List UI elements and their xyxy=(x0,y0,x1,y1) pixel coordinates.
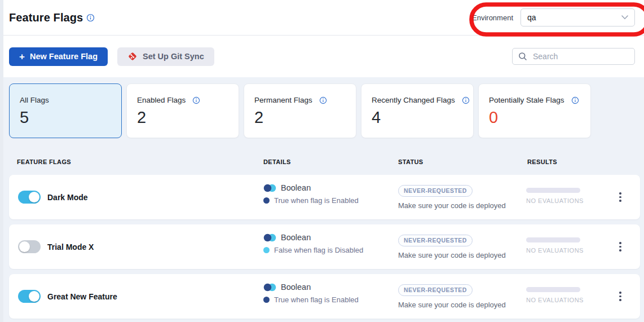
environment-control: Environment qa xyxy=(472,8,635,27)
table-row[interactable]: Dark Mode Boolean True when flag is Enab… xyxy=(9,175,640,219)
toggle-knob xyxy=(29,291,39,302)
results-bar xyxy=(526,237,580,242)
flag-type-label: Boolean xyxy=(281,283,311,292)
status-text: Make sure your code is deployed xyxy=(398,301,506,309)
info-icon[interactable] xyxy=(319,96,327,104)
boolean-type-icon xyxy=(263,233,276,242)
status-badge: NEVER-REQUESTED xyxy=(398,284,473,296)
new-feature-flag-button[interactable]: + New Feature Flag xyxy=(9,47,108,66)
stat-card-recently-changed-flags[interactable]: Recently Changed Flags 4 xyxy=(361,83,474,138)
toggle-knob xyxy=(29,192,39,202)
environment-label: Environment xyxy=(472,14,513,22)
stat-label: Recently Changed Flags xyxy=(372,96,455,104)
table-header: FEATURE FLAGS DETAILS STATUS RESULTS xyxy=(9,138,644,175)
flag-toggle[interactable] xyxy=(18,240,41,253)
row-menu-button[interactable] xyxy=(614,239,627,255)
stat-card-enabled-flags[interactable]: Enabled Flags 2 xyxy=(126,83,239,138)
info-icon[interactable] xyxy=(462,96,470,104)
flag-toggle[interactable] xyxy=(18,290,41,303)
stats-cards: All Flags 5 Enabled Flags 2 Permanent Fl… xyxy=(9,83,644,138)
boolean-type-icon xyxy=(263,283,276,292)
flag-type-label: Boolean xyxy=(281,233,311,242)
table-row[interactable]: Trial Mode X Boolean False when flag is … xyxy=(9,224,640,269)
rule-text: True when flag is Enabled xyxy=(274,196,359,205)
toggle-knob xyxy=(19,241,30,252)
page-gutter xyxy=(0,0,3,322)
column-header-status: STATUS xyxy=(398,158,423,165)
info-icon[interactable] xyxy=(86,14,95,22)
plus-icon: + xyxy=(19,52,25,61)
results-label: NO EVALUATIONS xyxy=(526,197,584,204)
flag-details: Boolean False when flag is Disabled xyxy=(263,233,363,254)
column-header-results: RESULTS xyxy=(527,158,557,165)
results-bar xyxy=(526,188,580,193)
rule-text: False when flag is Disabled xyxy=(274,246,363,254)
results-label: NO EVALUATIONS xyxy=(526,247,584,254)
stat-value: 2 xyxy=(137,108,232,127)
flag-status: NEVER-REQUESTED Make sure your code is d… xyxy=(398,284,506,309)
environment-select[interactable]: qa xyxy=(521,8,635,27)
boolean-type-icon xyxy=(263,184,276,192)
status-badge: NEVER-REQUESTED xyxy=(398,185,473,197)
column-header-details: DETAILS xyxy=(263,158,291,165)
stat-value: 4 xyxy=(372,108,466,127)
table-row[interactable]: Great New Feature Boolean True when flag… xyxy=(9,274,640,319)
page-title: Feature Flags xyxy=(9,11,83,24)
search-input[interactable] xyxy=(532,51,629,61)
rule-value-dot xyxy=(263,297,270,303)
page-header: Feature Flags Environment qa xyxy=(0,0,644,36)
toolbar: + New Feature Flag Set Up Git Sync xyxy=(0,36,644,77)
stat-label: Enabled Flags xyxy=(137,96,186,104)
stat-label: Permanent Flags xyxy=(254,96,312,104)
status-text: Make sure your code is deployed xyxy=(398,251,506,259)
set-up-git-sync-button[interactable]: Set Up Git Sync xyxy=(117,47,214,66)
rule-value-dot xyxy=(263,247,270,253)
environment-selected-value: qa xyxy=(527,13,536,22)
search-icon xyxy=(518,52,527,61)
flag-results: NO EVALUATIONS xyxy=(526,188,584,204)
search-box xyxy=(512,48,635,65)
flag-details: Boolean True when flag is Enabled xyxy=(263,183,359,205)
flag-type-label: Boolean xyxy=(281,183,311,192)
flag-status: NEVER-REQUESTED Make sure your code is d… xyxy=(398,185,506,210)
info-icon[interactable] xyxy=(571,96,579,104)
flag-name[interactable]: Trial Mode X xyxy=(47,242,94,252)
flag-status: NEVER-REQUESTED Make sure your code is d… xyxy=(398,235,506,259)
git-sync-label: Set Up Git Sync xyxy=(143,52,204,61)
rule-text: True when flag is Enabled xyxy=(274,295,359,304)
flag-details: Boolean True when flag is Enabled xyxy=(263,283,359,304)
results-label: NO EVALUATIONS xyxy=(526,297,584,303)
main-content: All Flags 5 Enabled Flags 2 Permanent Fl… xyxy=(0,77,644,319)
results-bar xyxy=(526,287,580,292)
flag-results: NO EVALUATIONS xyxy=(526,237,584,254)
info-icon[interactable] xyxy=(192,96,200,104)
flag-name[interactable]: Dark Mode xyxy=(47,193,88,202)
chevron-down-icon xyxy=(621,15,628,20)
status-badge: NEVER-REQUESTED xyxy=(398,235,473,246)
stat-value: 2 xyxy=(254,108,349,127)
row-menu-button[interactable] xyxy=(614,289,627,305)
new-feature-flag-label: New Feature Flag xyxy=(30,52,98,61)
stat-label: Potentially Stale Flags xyxy=(489,96,564,104)
status-text: Make sure your code is deployed xyxy=(398,201,506,210)
stat-value: 0 xyxy=(489,108,584,127)
rule-value-dot xyxy=(263,197,270,204)
stat-card-potentially-stale-flags[interactable]: Potentially Stale Flags 0 xyxy=(478,83,591,138)
flag-results: NO EVALUATIONS xyxy=(526,287,584,303)
stat-card-permanent-flags[interactable]: Permanent Flags 2 xyxy=(244,83,356,138)
column-header-feature-flags: FEATURE FLAGS xyxy=(17,158,71,165)
flag-toggle[interactable] xyxy=(18,191,41,204)
stat-card-all-flags[interactable]: All Flags 5 xyxy=(9,83,122,138)
stat-label: All Flags xyxy=(20,96,49,104)
git-icon xyxy=(127,51,138,61)
stat-value: 5 xyxy=(20,108,114,127)
row-menu-button[interactable] xyxy=(614,189,627,205)
flag-name[interactable]: Great New Feature xyxy=(47,292,117,301)
